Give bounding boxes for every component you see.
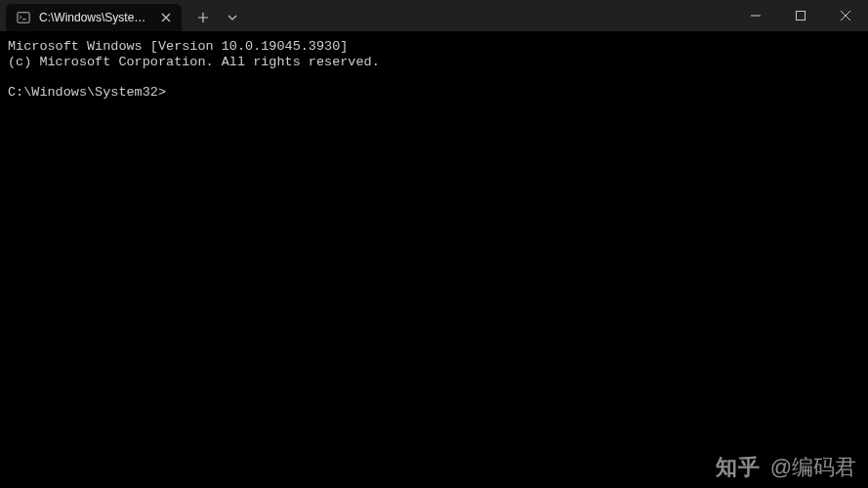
terminal-tab[interactable]: C:\Windows\System32\cmd.exe xyxy=(6,4,182,31)
svg-rect-3 xyxy=(797,12,806,20)
titlebar-drag-area[interactable] xyxy=(246,0,733,31)
close-button[interactable] xyxy=(823,0,868,31)
maximize-button[interactable] xyxy=(778,0,823,31)
titlebar: C:\Windows\System32\cmd.exe xyxy=(0,0,868,31)
terminal-output[interactable]: Microsoft Windows [Version 10.0.19045.39… xyxy=(0,31,868,488)
tab-title: C:\Windows\System32\cmd.exe xyxy=(39,11,150,24)
cmd-icon xyxy=(16,10,31,25)
tab-close-button[interactable] xyxy=(158,10,174,25)
copyright-line: (c) Microsoft Corporation. All rights re… xyxy=(8,55,380,69)
new-tab-button[interactable] xyxy=(189,6,217,29)
prompt-line: C:\Windows\System32> xyxy=(8,85,166,100)
version-line: Microsoft Windows [Version 10.0.19045.39… xyxy=(8,39,348,54)
minimize-button[interactable] xyxy=(733,0,778,31)
window-controls xyxy=(733,0,868,31)
tabstrip-controls xyxy=(189,4,246,31)
tab-dropdown-button[interactable] xyxy=(219,6,246,29)
svg-rect-0 xyxy=(18,13,29,23)
